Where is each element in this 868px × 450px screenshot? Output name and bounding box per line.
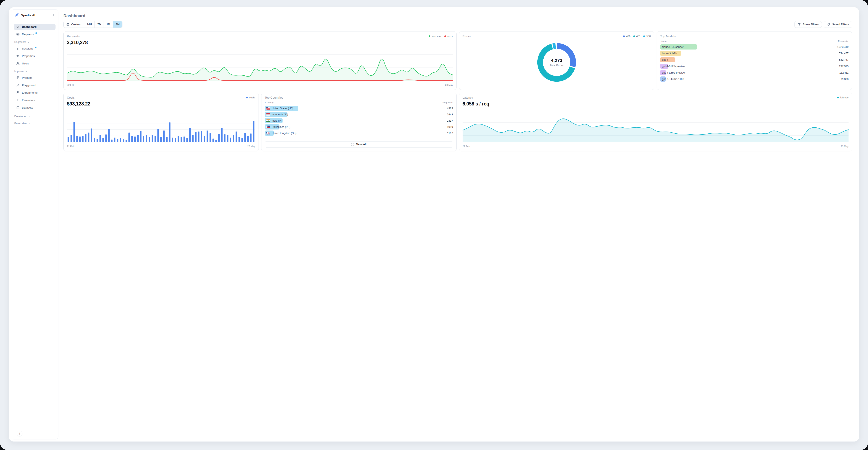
sidebar-item-label: Properties (22, 55, 35, 58)
sidebar-nav: Dashboard Requests Segments Sessions (11, 21, 58, 169)
sparkles-icon (16, 98, 20, 102)
flag-id-icon (267, 113, 270, 116)
sidebar-item-experiments[interactable]: Experiments (14, 90, 56, 96)
card-title: Top Countries (265, 96, 325, 99)
card-title: Requests (67, 35, 80, 38)
range-label: 7D (97, 23, 101, 26)
brand-row: Xpedia AI (11, 9, 58, 21)
x-axis-start: 22 Feb (67, 145, 74, 148)
range-button-1m[interactable]: 1M (104, 21, 113, 28)
requests-chart: 22 Feb 23 May (67, 53, 325, 87)
sidebar-item-label: Datasets (22, 106, 33, 109)
section-label: Improve (14, 70, 24, 73)
sidebar-item-label: Requests (22, 33, 34, 36)
chevron-down-icon (27, 41, 30, 43)
device-frame: Xpedia AI Dashboard Requests Segments (0, 0, 325, 169)
sidebar-item-label: Users (22, 62, 29, 65)
sidebar-item-label: Experiments (22, 91, 37, 94)
sidebar-item-playground[interactable]: Playground (14, 82, 56, 88)
sidebar-item-sessions[interactable]: Sessions (14, 46, 56, 52)
flask-icon (16, 91, 20, 95)
home-icon (16, 25, 20, 29)
range-label: 1M (106, 23, 110, 26)
flag-ph-icon (267, 125, 270, 128)
sidebar-section-segments[interactable]: Segments (14, 40, 55, 43)
table-icon (16, 32, 20, 36)
range-label: 3M (116, 23, 120, 26)
card-title: Costs (67, 96, 74, 99)
sidebar-item-label: Prompts (22, 76, 32, 79)
chevron-right-icon (28, 122, 30, 124)
pen-icon (16, 84, 20, 87)
country-row[interactable]: United Kingdom (GB) 1197 (265, 130, 325, 136)
section-label: Segments (14, 40, 26, 43)
sidebar-item-properties[interactable]: Properties (14, 53, 56, 59)
country-name: United Kingdom (GB) (272, 132, 297, 135)
requests-line-chart (67, 53, 325, 83)
chevron-right-icon (28, 115, 30, 118)
sidebar-item-requests[interactable]: Requests (14, 31, 56, 37)
top-countries-card: Top Countries Country Requests United St… (261, 93, 325, 151)
chevron-down-icon (25, 70, 27, 72)
users-icon (16, 62, 20, 65)
costs-total: $93,128.22 (67, 101, 255, 107)
notification-dot (35, 32, 37, 34)
legend-label: costs (249, 96, 255, 99)
sidebar: Xpedia AI Dashboard Requests Segments (11, 9, 58, 169)
section-label: Enterprise (14, 122, 27, 125)
costs-dot (246, 97, 248, 98)
controls-row: Custom 24H 7D 1M 3M Show Filters Saved F… (63, 21, 325, 28)
sidebar-section-improve[interactable]: Improve (14, 70, 55, 73)
tag-icon (16, 54, 20, 58)
country-name: Philippines (PH) (272, 125, 290, 128)
sidebar-collapse-button[interactable] (52, 14, 55, 17)
flag-gb-icon (267, 132, 270, 134)
country-name: India (IN) (272, 119, 282, 122)
country-name: United States (US) (272, 107, 293, 110)
flag-in-icon (267, 119, 270, 122)
x-axis-start: 22 Feb (67, 84, 74, 86)
sidebar-item-dashboard[interactable]: Dashboard (14, 24, 56, 30)
costs-bar-chart (67, 115, 255, 144)
tree-icon (16, 47, 20, 51)
time-range-group: Custom 24H 7D 1M 3M (63, 21, 122, 28)
range-button-24h[interactable]: 24H (84, 21, 95, 28)
sidebar-item-label: Dashboard (22, 25, 37, 28)
flag-us-icon (267, 107, 270, 110)
range-button-3m[interactable]: 3M (113, 21, 122, 28)
sidebar-item-evaluators[interactable]: Evaluators (14, 97, 56, 103)
rocket-logo-icon (14, 12, 19, 18)
sidebar-item-users[interactable]: Users (14, 60, 56, 67)
country-row[interactable]: Philippines (PH) 1919 (265, 124, 325, 129)
section-label: Developer (14, 115, 27, 118)
sidebar-item-label: Sessions (22, 47, 33, 50)
page-title: Dashboard (63, 13, 325, 18)
range-button-7d[interactable]: 7D (95, 21, 104, 28)
country-row[interactable]: India (IN) 2317 (265, 118, 325, 123)
sidebar-item-prompts[interactable]: Prompts (14, 74, 56, 81)
range-label: Custom (71, 23, 81, 26)
range-label: 24H (87, 23, 92, 26)
brand-name: Xpedia AI (21, 13, 50, 17)
main-content: Dashboard Custom 24H 7D 1M 3M Show Filte… (58, 9, 325, 169)
app-window: Xpedia AI Dashboard Requests Segments (9, 7, 325, 169)
costs-card: Costs costs $93,128.22 22 Feb 23 May (63, 93, 259, 151)
calendar-icon (66, 23, 70, 26)
show-all-button[interactable]: Show All (265, 141, 325, 148)
sidebar-item-datasets[interactable]: Datasets (14, 104, 56, 111)
country-row[interactable]: Indonesia (ID) 2948 (265, 112, 325, 117)
range-button-custom[interactable]: Custom (64, 21, 84, 28)
country-name: Indonesia (ID) (272, 113, 288, 116)
column-header-country: Country (265, 101, 274, 104)
database-icon (16, 106, 20, 110)
cards-grid: Requests success error 3,310,278 22 Feb … (63, 31, 325, 151)
country-row[interactable]: United States (US) 4389 (265, 106, 325, 111)
sidebar-section-enterprise[interactable]: Enterprise (14, 122, 55, 125)
notepad-icon (16, 76, 20, 80)
requests-card: Requests success error 3,310,278 22 Feb … (63, 31, 325, 90)
requests-total: 3,310,278 (67, 40, 325, 46)
costs-chart: 22 Feb 23 May (67, 115, 255, 148)
sidebar-section-developer[interactable]: Developer (14, 115, 55, 118)
sidebar-item-label: Evaluators (22, 99, 35, 102)
chevron-left-icon (52, 14, 55, 17)
